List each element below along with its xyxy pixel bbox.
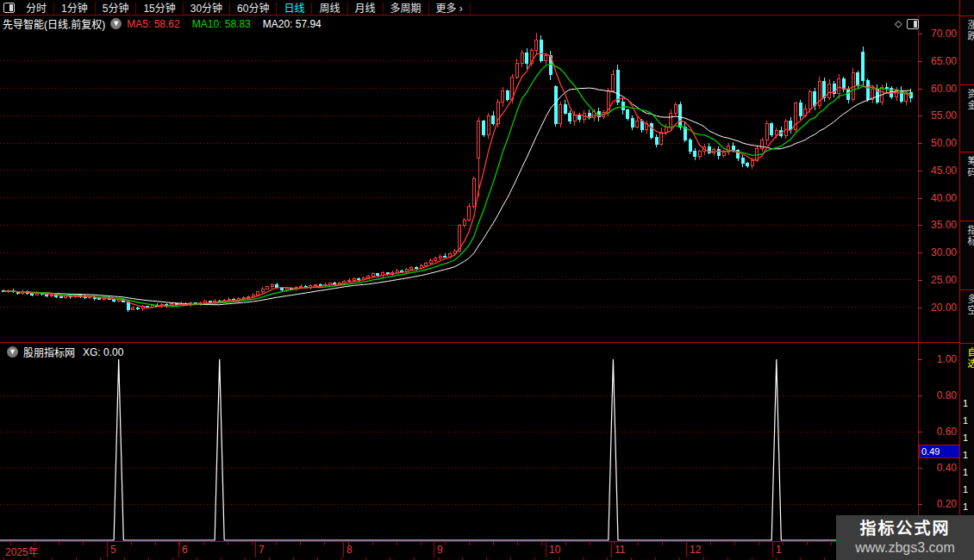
week-tick <box>662 542 663 545</box>
indicator-tick-label: 1.00 <box>937 353 957 365</box>
sidebar-number: 1 <box>963 467 968 477</box>
xg-signal-line <box>0 359 914 540</box>
price-tick <box>918 225 922 226</box>
sidebar-number: 1 <box>963 432 968 443</box>
indicator-tick <box>918 504 922 505</box>
period-tab-list: 分时1分钟5分钟15分钟30分钟60分钟日线周线月线多周期更多 › <box>19 0 471 16</box>
candlestick-chart <box>0 16 918 560</box>
sidebar-number: 1 <box>963 450 968 460</box>
week-tick <box>83 542 84 545</box>
indicator-tick-label: 0.40 <box>937 462 957 474</box>
week-tick <box>155 542 156 545</box>
month-separator <box>255 542 256 557</box>
sidebar-number: 1 <box>963 484 968 495</box>
diamond-icon[interactable]: ◇ <box>895 18 902 29</box>
week-tick <box>565 542 566 545</box>
price-tick-label: 30.00 <box>931 246 957 258</box>
week-tick <box>517 542 518 545</box>
split-panel-icon[interactable] <box>3 3 15 13</box>
month-separator <box>546 542 546 557</box>
indicator-tick-label: 0.80 <box>937 389 957 401</box>
period-tab-1[interactable]: 1分钟 <box>54 3 96 15</box>
period-tab-2[interactable]: 5分钟 <box>96 3 137 15</box>
indicator-tick <box>918 359 922 360</box>
week-tick <box>493 542 494 545</box>
week-tick <box>614 542 615 545</box>
sidebar-tab-label: 资金 <box>966 89 974 111</box>
price-tick-label: 25.00 <box>931 274 957 286</box>
indicator-axis: 1.000.800.600.400.20 <box>918 343 959 541</box>
week-tick <box>421 542 421 545</box>
ma-label-0: MA5: 58.62 <box>127 18 179 30</box>
price-tick-label: 70.00 <box>931 28 957 40</box>
period-tab-10[interactable]: 更多 › <box>429 3 471 15</box>
period-tab-3[interactable]: 15分钟 <box>136 3 183 15</box>
week-tick <box>831 542 832 545</box>
price-tick <box>918 198 922 199</box>
sidebar-tab-label: 自选 <box>966 347 974 370</box>
ma-line-MA5 <box>3 53 911 308</box>
sidebar-number: 1 <box>963 501 968 512</box>
month-separator <box>434 542 434 557</box>
indicator-value: XG: 0.00 <box>83 346 123 358</box>
sidebar-number: 1 <box>963 415 968 426</box>
month-label: 8 <box>347 544 353 556</box>
period-toolbar: 分时1分钟5分钟15分钟30分钟60分钟日线周线月线多周期更多 › <box>0 0 959 16</box>
sidebar-tab-label: 筹码 <box>966 156 974 178</box>
sidebar-tab-highlighted[interactable]: 自选 <box>960 343 974 383</box>
period-tab-5[interactable]: 60分钟 <box>230 3 277 15</box>
sidebar-tab-2[interactable]: 筹码 <box>960 152 974 221</box>
period-tab-7[interactable]: 周线 <box>312 3 347 15</box>
week-tick <box>324 542 325 545</box>
watermark-url: www.zbgs3.com <box>855 539 955 557</box>
period-tab-9[interactable]: 多周期 <box>384 3 429 15</box>
price-tick <box>918 89 922 90</box>
chart-title-row: 先导智能(日线.前复权) ▼ MA5: 58.62MA10: 58.83MA20… <box>3 16 334 30</box>
month-label: 12 <box>690 544 701 556</box>
sidebar-tab-1[interactable]: 资金 <box>960 84 974 152</box>
price-tick <box>918 252 922 253</box>
sidebar-tab-3[interactable]: 指标 <box>960 221 974 290</box>
indicator-title-row: ▼ 股朋指标网 XG: 0.00 <box>2 345 123 359</box>
sidebar-tab-0[interactable]: 涨跌 <box>960 16 974 85</box>
period-tab-4[interactable]: 30分钟 <box>184 3 230 15</box>
indicator-tick-label: 0.20 <box>937 498 957 510</box>
week-tick <box>638 542 639 545</box>
period-tab-8[interactable]: 月线 <box>348 3 384 15</box>
price-tick-label: 20.00 <box>931 302 957 314</box>
month-label: 10 <box>549 544 560 556</box>
month-label: 9 <box>437 544 443 556</box>
price-tick <box>918 280 922 281</box>
sidebar-tab-label: 涨跌 <box>966 20 974 42</box>
indicator-tick-label: 0.60 <box>937 426 957 438</box>
month-label: 11 <box>615 544 625 556</box>
chevron-down-icon[interactable]: ▼ <box>110 18 122 29</box>
period-tab-0[interactable]: 分时 <box>19 3 54 15</box>
price-tick <box>918 308 922 308</box>
week-tick <box>807 542 808 545</box>
price-tick-label: 45.00 <box>931 165 957 177</box>
price-tick <box>918 115 922 116</box>
week-tick <box>783 542 784 545</box>
sidebar-tab-label: 多空 <box>966 294 974 316</box>
week-tick <box>59 542 59 545</box>
chevron-down-icon[interactable]: ▼ <box>7 346 18 358</box>
price-tick <box>918 34 922 34</box>
month-separator <box>772 542 773 557</box>
week-tick <box>203 542 204 545</box>
panel-toggle-icon[interactable] <box>907 19 919 29</box>
month-label: 7 <box>259 544 265 556</box>
week-tick <box>179 542 180 545</box>
watermark-title: 指标公式网 <box>859 519 950 539</box>
ma-line-MA20 <box>3 88 911 305</box>
period-tab-6[interactable]: 日线 <box>277 3 312 15</box>
price-tick-label: 40.00 <box>931 192 957 204</box>
price-tick-label: 65.00 <box>931 55 957 67</box>
ma-label-2: MA20: 57.94 <box>263 18 322 30</box>
week-tick <box>34 542 35 545</box>
price-tick <box>918 61 922 62</box>
sidebar-tab-4[interactable]: 多空 <box>960 289 974 344</box>
right-sidebar-strip: 涨跌资金筹码指标多空自选1111111 <box>959 0 974 560</box>
price-tick-label: 60.00 <box>931 83 957 95</box>
indicator-gridlines <box>0 395 914 504</box>
